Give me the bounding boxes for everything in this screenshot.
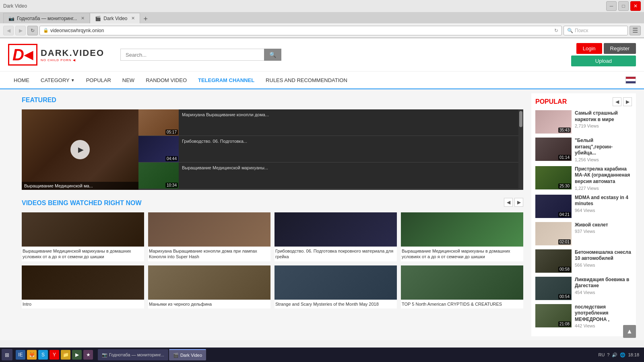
content-area: FEATURED Выращивание Медицинской ма... — [22, 93, 523, 336]
popular-item[interactable]: 35:43 Самый страшный наркотик в мире 2,7… — [535, 110, 632, 134]
play-button[interactable] — [70, 140, 90, 159]
tab-close-button[interactable]: ✕ — [131, 16, 135, 21]
featured-main-video[interactable]: Выращивание Медицинской ма... — [22, 109, 138, 190]
thumb-duration: 04:21 — [558, 212, 571, 217]
popular-item[interactable]: 02:01 Живой скелет 937 Views — [535, 222, 632, 245]
thumb-duration: 35:43 — [558, 128, 571, 133]
popular-next-button[interactable]: ▶ — [623, 97, 632, 106]
popular-info: Бетономешалка снесла 10 автомобилей 566 … — [575, 249, 632, 273]
language-flag[interactable] — [625, 76, 636, 84]
watched-next-button[interactable]: ▶ — [514, 198, 523, 207]
nav-item-category[interactable]: CATEGORY ▼ — [35, 71, 80, 89]
browser-title: Dark Video — [3, 3, 27, 9]
video-title: Strange and Scary Mysteries of the Month… — [275, 300, 397, 309]
video-card[interactable]: Марихуана Выращивание конопли дома при л… — [148, 212, 270, 261]
new-tab-button[interactable]: + — [140, 15, 151, 23]
popular-item[interactable]: 04:21 MDMA and ecstasy in 4 minutes 964 … — [535, 195, 632, 218]
watched-prev-button[interactable]: ◀ — [504, 198, 513, 207]
scroll-top-button[interactable]: ▲ — [623, 325, 636, 338]
featured-item-info: Марихуана Выращивание конопли дома... — [179, 109, 518, 136]
site-header: D ◀ DARK. VIDEO NO CHILD PORN ◀ 🔍 Login — [0, 38, 644, 72]
featured-item[interactable]: 10:34 Выращивание Медицинской марихуаны.… — [138, 162, 518, 189]
upload-button[interactable]: Upload — [571, 56, 636, 66]
site-wrapper: D ◀ DARK. VIDEO NO CHILD PORN ◀ 🔍 Login — [0, 38, 644, 340]
site-nav: HOME CATEGORY ▼ POPULAR NEW RANDOM VIDEO… — [0, 72, 644, 89]
watched-section-header: VIDEOS BEING WATCHED RIGHT NOW ◀ ▶ — [22, 196, 523, 208]
featured-main-title: Выращивание Медицинской ма... — [22, 182, 138, 190]
tab-label: Годнотаба — мониторинг... — [17, 16, 77, 21]
featured-list: 05:17 Марихуана Выращивание конопли дома… — [138, 109, 518, 190]
featured-item[interactable]: 05:17 Марихуана Выращивание конопли дома… — [138, 109, 518, 136]
video-thumbnail — [148, 265, 270, 300]
browser-tab-inactive[interactable]: 📷 Годнотаба — мониторинг... ✕ — [3, 13, 90, 23]
maximize-button[interactable]: □ — [618, 1, 629, 11]
site-container: D ◀ DARK. VIDEO NO CHILD PORN ◀ 🔍 Login — [0, 38, 644, 340]
nav-item-popular[interactable]: POPULAR — [80, 71, 117, 89]
register-button[interactable]: Register — [604, 43, 636, 54]
search-area: 🔍 — [120, 49, 281, 61]
search-button[interactable]: 🔍 — [264, 49, 281, 61]
popular-views: 2,719 Views — [575, 123, 632, 128]
browser-menu-button[interactable]: ☰ — [630, 26, 641, 35]
video-card[interactable]: TOP 5 North American CRYPTIDS & CREATURE… — [401, 265, 523, 309]
video-card[interactable]: Strange and Scary Mysteries of the Month… — [275, 265, 397, 309]
popular-info: Ликвидация боевика в Дагестане 454 Views — [575, 277, 632, 300]
popular-views: 454 Views — [575, 290, 632, 295]
nav-item-random[interactable]: RANDOM VIDEO — [140, 71, 192, 89]
popular-item-title: "Белый китаец",героин-убийца... — [575, 138, 632, 156]
video-title: Выращивание Медицинской марихуаны в дома… — [22, 247, 144, 261]
tab-favicon: 📷 — [8, 16, 14, 21]
video-card[interactable]: Маньяки из черного дельфина — [148, 265, 270, 309]
video-card[interactable]: Intro — [22, 265, 144, 309]
popular-views: 937 Views — [575, 229, 632, 234]
popular-item[interactable]: 00:54 Ликвидация боевика в Дагестане 454… — [535, 277, 632, 300]
logo-dark: DARK. — [41, 48, 73, 58]
featured-section: FEATURED Выращивание Медицинской ма... — [22, 93, 523, 190]
refresh-button[interactable]: ↻ — [27, 26, 38, 35]
popular-item[interactable]: 25:30 Пристрелка карабина МА-АК (огражда… — [535, 166, 632, 191]
tab-close-button[interactable]: ✕ — [81, 16, 85, 21]
popular-item[interactable]: 00:58 Бетономешалка снесла 10 автомобиле… — [535, 249, 632, 273]
popular-prev-button[interactable]: ◀ — [613, 97, 621, 106]
popular-item[interactable]: 01:14 "Белый китаец",героин-убийца... 1,… — [535, 138, 632, 162]
video-thumbnail — [22, 265, 144, 300]
featured-item-thumb: 10:34 — [138, 162, 179, 189]
nav-item-rules[interactable]: RULES AND RECOMMENDATION — [260, 71, 353, 89]
category-arrow-icon: ▼ — [71, 78, 75, 82]
back-button[interactable]: ◀ — [3, 26, 14, 35]
popular-thumbnail: 35:43 — [535, 110, 572, 134]
popular-item[interactable]: 21:08 последствия употребления МЕФЕДРОНА… — [535, 304, 632, 329]
nav-item-new[interactable]: NEW — [117, 71, 140, 89]
video-card[interactable]: Грибоводство. 06. Подготовка покровного … — [275, 212, 397, 261]
browser-controls: ◀ ▶ ↻ 🔒 videonwcswhrqynk.onion ↻ 🔍 Поиск… — [0, 23, 644, 38]
featured-item[interactable]: 04:44 Грибоводство. 06. Подготовка... — [138, 136, 518, 162]
featured-container: Выращивание Медицинской ма... 05:17 Мари — [22, 109, 523, 190]
tab-label: Dark Video — [103, 16, 127, 21]
featured-item-info: Выращивание Медицинской марихуаны... — [179, 162, 518, 189]
browser-chrome: Dark Video ─ □ ✕ 📷 Годнотаба — мониторин… — [0, 0, 644, 38]
thumb-duration: 10:34 — [165, 183, 178, 188]
logo-arrow-icon: ◀ — [24, 48, 33, 62]
browser-search-box[interactable]: 🔍 Поиск — [564, 26, 628, 35]
popular-section: POPULAR ◀ ▶ 35:43 Самый страшный наркоти… — [531, 93, 636, 336]
search-icon: 🔍 — [567, 28, 573, 33]
popular-item-title: последствия употребления МЕФЕДРОНА , — [575, 304, 632, 323]
login-button[interactable]: Login — [576, 43, 602, 54]
browser-tab-active[interactable]: 🎬 Dark Video ✕ — [90, 13, 140, 23]
header-actions: Login Register Upload — [571, 43, 636, 66]
video-title: Выращивание Медицинской марихуаны в дома… — [401, 247, 523, 261]
nav-item-home[interactable]: HOME — [8, 71, 35, 89]
nav-item-telegram[interactable]: TELEGRAM CHANNEL — [192, 71, 260, 89]
logo-subtitle: NO CHILD PORN ◀ — [41, 58, 104, 62]
video-card[interactable]: Выращивание Медицинской марихуаны в дома… — [22, 212, 144, 261]
video-title: Грибоводство. 06. Подготовка покровного … — [275, 247, 397, 261]
forward-button[interactable]: ▶ — [15, 26, 26, 35]
minimize-button[interactable]: ─ — [606, 1, 617, 11]
video-title: Маньяки из черного дельфина — [148, 300, 270, 309]
featured-scrollbar[interactable] — [518, 109, 523, 190]
search-input[interactable] — [120, 49, 264, 61]
close-button[interactable]: ✕ — [630, 1, 641, 11]
scrollbar-thumb — [519, 111, 522, 127]
address-bar[interactable]: 🔒 videonwcswhrqynk.onion ↻ — [39, 26, 562, 35]
video-card[interactable]: Выращивание Медицинской марихуаны в дома… — [401, 212, 523, 261]
